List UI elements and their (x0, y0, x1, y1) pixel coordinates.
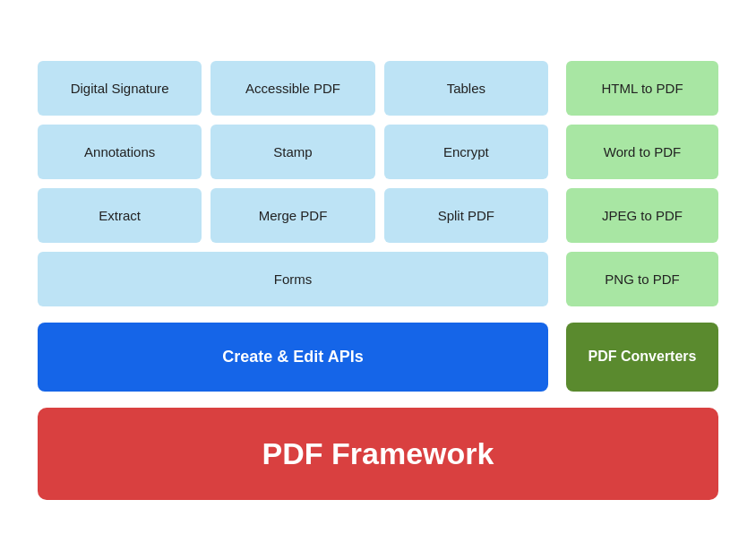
cell-word-to-pdf[interactable]: Word to PDF (566, 125, 718, 179)
cell-extract[interactable]: Extract (38, 188, 202, 243)
cell-encrypt[interactable]: Encrypt (384, 125, 548, 179)
left-panel: Digital Signature Accessible PDF Tables … (38, 61, 548, 306)
cell-tables[interactable]: Tables (384, 61, 548, 116)
cell-accessible-pdf[interactable]: Accessible PDF (210, 61, 374, 116)
cell-html-to-pdf[interactable]: HTML to PDF (566, 61, 718, 116)
pdf-framework-bar[interactable]: PDF Framework (38, 408, 718, 500)
cell-stamp[interactable]: Stamp (210, 125, 374, 179)
pdf-converters-button[interactable]: PDF Converters (566, 323, 718, 392)
row-1: Digital Signature Accessible PDF Tables (38, 61, 548, 116)
cell-merge-pdf[interactable]: Merge PDF (210, 188, 374, 243)
row-3: Extract Merge PDF Split PDF (38, 188, 548, 243)
cell-digital-signature[interactable]: Digital Signature (38, 61, 202, 116)
right-panel: HTML to PDF Word to PDF JPEG to PDF PNG … (566, 61, 718, 306)
cell-png-to-pdf[interactable]: PNG to PDF (566, 252, 718, 306)
row-2: Annotations Stamp Encrypt (38, 125, 548, 179)
create-edit-apis-button[interactable]: Create & Edit APIs (38, 323, 548, 392)
cell-annotations[interactable]: Annotations (38, 125, 202, 179)
bottom-section: Create & Edit APIs PDF Converters (38, 323, 718, 392)
main-container: Digital Signature Accessible PDF Tables … (38, 61, 718, 500)
row-4: Forms (38, 252, 548, 306)
top-section: Digital Signature Accessible PDF Tables … (38, 61, 718, 306)
cell-jpeg-to-pdf[interactable]: JPEG to PDF (566, 188, 718, 243)
cell-split-pdf[interactable]: Split PDF (384, 188, 548, 243)
cell-forms[interactable]: Forms (38, 252, 548, 306)
